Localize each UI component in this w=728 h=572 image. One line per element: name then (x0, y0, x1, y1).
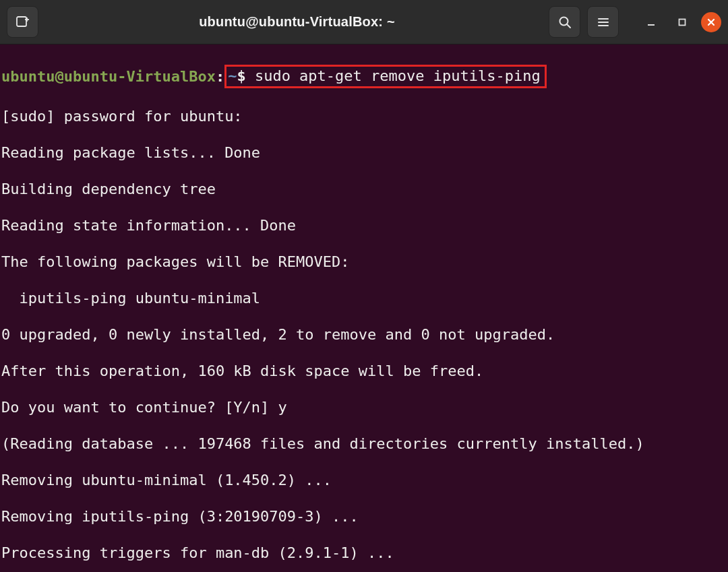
prompt-dollar: $ (237, 67, 255, 84)
terminal-line: Processing triggers for man-db (2.9.1-1)… (1, 544, 728, 562)
close-icon (706, 18, 716, 27)
terminal-line: Reading package lists... Done (1, 144, 728, 162)
prompt-path: ~ (228, 67, 237, 84)
svg-rect-0 (17, 17, 26, 26)
terminal-line: ubuntu@ubuntu-VirtualBox:~$ sudo apt-get… (1, 65, 728, 89)
terminal-area[interactable]: ubuntu@ubuntu-VirtualBox:~$ sudo apt-get… (0, 44, 728, 572)
minimize-button[interactable] (639, 10, 663, 34)
maximize-button[interactable] (670, 10, 694, 34)
command-highlight-box: ~$ sudo apt-get remove iputils-ping (224, 65, 547, 88)
terminal-line: The following packages will be REMOVED: (1, 253, 728, 271)
new-tab-icon (16, 15, 30, 30)
hamburger-icon (596, 15, 611, 30)
terminal-line: Removing ubuntu-minimal (1.450.2) ... (1, 471, 728, 489)
svg-line-4 (567, 24, 570, 28)
new-tab-button[interactable] (7, 6, 38, 38)
svg-rect-9 (679, 19, 686, 25)
minimize-icon (646, 17, 657, 28)
terminal-line: iputils-ping ubuntu-minimal (1, 289, 728, 307)
menu-button[interactable] (587, 6, 619, 38)
prompt-colon: : (216, 68, 224, 85)
search-button[interactable] (549, 6, 580, 38)
search-icon (557, 15, 572, 30)
terminal-line: Do you want to continue? [Y/n] y (1, 398, 728, 416)
terminal-line: 0 upgraded, 0 newly installed, 2 to remo… (1, 325, 728, 344)
terminal-line: Building dependency tree (1, 180, 728, 198)
terminal-line: (Reading database ... 197468 files and d… (1, 435, 728, 453)
window-title: ubuntu@ubuntu-VirtualBox: ~ (45, 14, 549, 30)
close-button[interactable] (701, 12, 721, 32)
terminal-line: After this operation, 160 kB disk space … (1, 362, 728, 380)
title-bar: ubuntu@ubuntu-VirtualBox: ~ (0, 0, 728, 44)
maximize-icon (677, 17, 688, 28)
terminal-line: Removing iputils-ping (3:20190709-3) ... (1, 507, 728, 526)
prompt-userhost: ubuntu@ubuntu-VirtualBox (1, 68, 216, 85)
terminal-line: [sudo] password for ubuntu: (1, 107, 728, 125)
command-text: sudo apt-get remove iputils-ping (255, 67, 541, 84)
terminal-line: Reading state information... Done (1, 216, 728, 234)
